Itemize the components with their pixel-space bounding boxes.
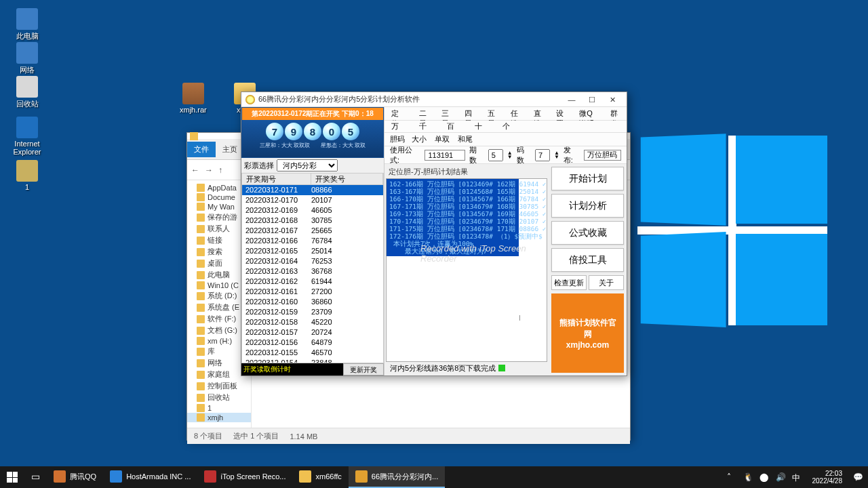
check-update-button[interactable]: 检查更新: [551, 275, 587, 290]
windows-logo-wallpaper: [637, 136, 827, 325]
titlebar[interactable]: 66腾讯分分彩河内分分彩河内5分彩计划分析软件 — ☐ ✕: [241, 92, 627, 107]
draw-row[interactable]: 20220312-016946605: [242, 205, 383, 216]
draw-row[interactable]: 20220312-016036860: [242, 297, 383, 307]
close-button[interactable]: ✕: [602, 93, 623, 106]
draw-row[interactable]: 20220312-016830785: [242, 216, 383, 226]
nav-back-icon[interactable]: ←: [191, 165, 199, 175]
draw-row[interactable]: 20220312-015845220: [242, 317, 383, 327]
desktop-icon-2[interactable]: 回收站: [7, 76, 47, 109]
menu-5[interactable]: 任选: [504, 107, 527, 120]
maximize-button[interactable]: ☐: [582, 93, 602, 106]
clock[interactable]: 22:032022/4/28: [808, 470, 847, 485]
explorer-tab-file[interactable]: 文件: [187, 142, 216, 157]
tree-item[interactable]: xmjh: [187, 413, 251, 422]
digit-tab-2[interactable]: 百: [446, 121, 456, 132]
codes-spinner[interactable]: ▲▼: [554, 151, 559, 159]
draw-row[interactable]: 20220312-015923709: [242, 307, 383, 317]
desktop-icon-4[interactable]: 1: [7, 160, 47, 191]
tree-item[interactable]: 回收站: [187, 392, 251, 403]
menu-3[interactable]: 四星: [458, 107, 481, 120]
option-1[interactable]: 单双: [435, 135, 450, 143]
draw-row[interactable]: 20220312-016261944: [242, 277, 383, 287]
draw-row[interactable]: 20220312-015546570: [242, 348, 383, 358]
publish-input[interactable]: [584, 150, 621, 161]
tray-record-icon[interactable]: ⬤: [760, 472, 769, 482]
nav-up-icon[interactable]: ↑: [218, 165, 222, 175]
period-spinner[interactable]: ▲▼: [507, 151, 513, 159]
menu-1[interactable]: 二星: [412, 107, 435, 120]
tree-item[interactable]: 控制面板: [187, 380, 251, 392]
explorer-tab-home[interactable]: 主页: [216, 142, 244, 157]
recorder-watermark: Recorded with iTop Screen Recorder: [420, 243, 547, 264]
result-textbox[interactable]: 162-166期 万位胆码 [0123469# 162期 61944 ✓ 163…: [386, 178, 547, 362]
ime-icon[interactable]: 中: [792, 472, 802, 482]
lottery-ball: 9: [285, 123, 302, 140]
draw-row[interactable]: 20220312-016676784: [242, 236, 383, 246]
option-0[interactable]: 大小: [412, 135, 427, 143]
menu-6[interactable]: 直选: [527, 107, 550, 120]
lottery-select[interactable]: 河内5分彩: [277, 159, 338, 171]
taskbar-app-2[interactable]: iTop Screen Reco...: [197, 466, 292, 488]
progress-indicator: [498, 365, 505, 371]
multiply-tool-button[interactable]: 倍投工具: [551, 248, 624, 272]
formula-row: 使用公式: 期数 ▲▼ 码数 ▲▼ 发布:: [384, 146, 627, 164]
draw-row[interactable]: 20220312-016336768: [242, 266, 383, 277]
desktop-icon-0[interactable]: 此电脑: [7, 8, 47, 41]
desktop-icon-1[interactable]: 网络: [7, 42, 47, 75]
taskbar-app-4[interactable]: 66腾讯分分彩河内...: [349, 466, 445, 488]
lottery-app-window[interactable]: 66腾讯分分彩河内分分彩河内5分彩计划分析软件 — ☐ ✕ 第20220312-…: [241, 92, 627, 376]
draw-list[interactable]: 20220312-01710886620220312-0170201072022…: [241, 185, 384, 363]
nav-fwd-icon[interactable]: →: [205, 165, 213, 175]
lottery-ball: 5: [342, 123, 359, 140]
draw-row[interactable]: 20220312-016525014: [242, 246, 383, 256]
codes-input[interactable]: [535, 149, 550, 161]
draw-row[interactable]: 20220312-016127200: [242, 287, 383, 297]
draw-row[interactable]: 20220312-016725665: [242, 226, 383, 236]
start-button[interactable]: [0, 466, 24, 488]
draw-row[interactable]: 20220312-017108866: [242, 185, 383, 195]
draw-row[interactable]: 20220312-017020107: [242, 195, 383, 205]
draw-row[interactable]: 20220312-015423848: [242, 358, 383, 363]
digit-tab-4[interactable]: 个: [501, 121, 511, 132]
period-input[interactable]: [488, 149, 503, 161]
draw-row[interactable]: 20220312-015720724: [242, 327, 383, 338]
taskbar-app-1[interactable]: HostArmada INC ...: [103, 466, 197, 488]
file-xmjh-rar[interactable]: xmjh.rar: [180, 83, 207, 114]
menu-4[interactable]: 五星: [481, 107, 504, 120]
formula-input[interactable]: [425, 150, 465, 161]
option-2[interactable]: 和尾: [458, 135, 473, 143]
refresh-draws-button[interactable]: 更新开奖: [343, 363, 384, 375]
digit-tab-0[interactable]: 万: [390, 121, 400, 132]
draw-row[interactable]: 20220312-015664879: [242, 338, 383, 348]
save-formula-button[interactable]: 公式收藏: [551, 221, 624, 245]
menu-2[interactable]: 三星: [435, 107, 458, 120]
taskbar: ▭ 腾讯QQHostArmada INC ...iTop Screen Reco…: [0, 466, 868, 488]
volume-icon[interactable]: 🔊: [776, 472, 785, 482]
tree-item[interactable]: 1: [187, 403, 251, 413]
draw-row[interactable]: 20220312-016476253: [242, 256, 383, 266]
analyze-plan-button[interactable]: 计划分析: [551, 194, 624, 218]
menu-8[interactable]: 微Q说明: [572, 107, 604, 120]
taskbar-app-3[interactable]: xm66ffc: [292, 466, 348, 488]
minimize-button[interactable]: —: [561, 93, 582, 106]
start-plan-button[interactable]: 开始计划: [551, 167, 624, 190]
promo-box[interactable]: 熊猫计划软件官网 xmjho.com: [551, 293, 624, 373]
tray-qq-icon[interactable]: 🐧: [743, 472, 753, 482]
main-menu: 定位胆二星三星四星五星任选直选设置微Q说明群发: [384, 107, 627, 121]
desktop-icon-3[interactable]: Internet Explorer: [7, 117, 47, 156]
taskbar-app-0[interactable]: 腾讯QQ: [47, 466, 103, 488]
menu-7[interactable]: 设置: [549, 107, 572, 120]
digit-tab-3[interactable]: 十: [473, 121, 484, 132]
about-button[interactable]: 关于: [589, 275, 624, 290]
tray-expand-icon[interactable]: ˄: [727, 472, 736, 482]
menu-0[interactable]: 定位胆: [384, 107, 412, 120]
lottery-ball: 0: [323, 123, 340, 140]
system-tray: ˄ 🐧 ⬤ 🔊 中 22:032022/4/28 💬: [722, 466, 869, 488]
text-cursor: I: [519, 314, 521, 322]
task-view-button[interactable]: ▭: [24, 466, 47, 488]
result-label: 定位胆-万-胆码计划结果: [386, 165, 547, 178]
digit-tab-1[interactable]: 千: [418, 121, 428, 132]
menu-9[interactable]: 群发: [604, 107, 627, 120]
notifications-icon[interactable]: 💬: [853, 472, 863, 482]
app-statusbar: 河内5分彩线路36第8页下载完成: [386, 362, 547, 374]
